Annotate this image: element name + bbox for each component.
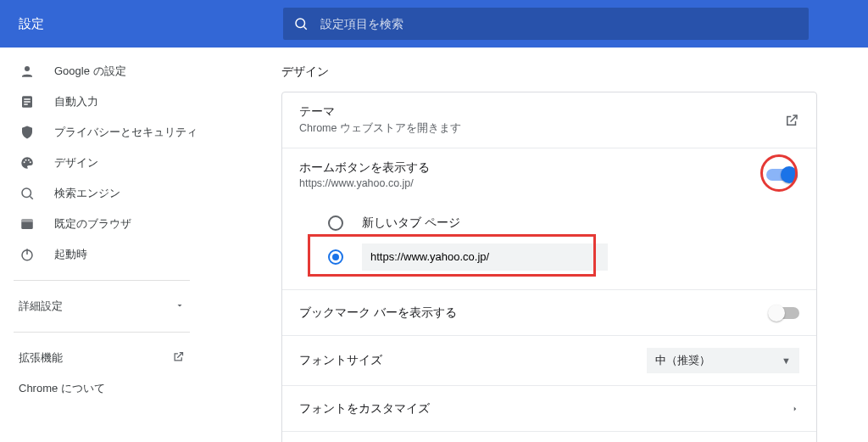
svg-point-8 (25, 159, 27, 161)
sidebar-item-label: プライバシーとセキュリティ (54, 125, 198, 140)
sidebar-item-label: Google の設定 (54, 64, 126, 79)
row-customize-fonts[interactable]: フォントをカスタマイズ (282, 386, 816, 432)
sidebar-divider (14, 280, 190, 281)
caret-down-icon: ▼ (782, 355, 791, 366)
appearance-card: テーマ Chrome ウェブストアを開きます ホームボタンを表示する https… (281, 92, 817, 442)
search-icon (293, 16, 309, 31)
custom-url-input[interactable] (362, 243, 608, 271)
open-in-new-icon (172, 350, 185, 366)
row-theme[interactable]: テーマ Chrome ウェブストアを開きます (282, 92, 816, 148)
row-theme-title: テーマ (299, 104, 461, 120)
search-input[interactable] (320, 17, 798, 31)
sidebar-item-appearance[interactable]: デザイン (0, 148, 203, 178)
row-home-button-subtitle: https://www.yahoo.co.jp/ (299, 177, 430, 189)
row-font-size: フォントサイズ 中（推奨） ▼ (282, 336, 816, 386)
sidebar-about-chrome[interactable]: Chrome について (0, 373, 203, 404)
sidebar-item-search-engine[interactable]: 検索エンジン (0, 178, 203, 209)
row-home-button: ホームボタンを表示する https://www.yahoo.co.jp/ (282, 148, 816, 201)
radio-custom-url-row[interactable] (328, 240, 799, 274)
sidebar-extensions-label: 拡張機能 (19, 350, 63, 366)
radio-custom-url[interactable] (328, 249, 343, 265)
shield-icon (19, 125, 36, 140)
radio-new-tab[interactable] (328, 215, 343, 231)
font-size-select[interactable]: 中（推奨） ▼ (647, 348, 799, 373)
home-button-toggle[interactable] (766, 169, 795, 181)
main-content: デザイン テーマ Chrome ウェブストアを開きます ホームボタンを表示する … (203, 48, 868, 442)
row-home-button-title: ホームボタンを表示する (299, 160, 430, 176)
svg-point-0 (296, 19, 305, 28)
sidebar-item-privacy[interactable]: プライバシーとセキュリティ (0, 117, 203, 148)
row-theme-subtitle: Chrome ウェブストアを開きます (299, 121, 461, 136)
form-icon (19, 94, 36, 109)
open-in-new-icon[interactable] (784, 113, 799, 128)
svg-rect-14 (21, 219, 33, 222)
row-customize-fonts-title: フォントをカスタマイズ (299, 401, 430, 417)
svg-rect-5 (24, 101, 31, 103)
browser-icon (19, 216, 36, 232)
sidebar-advanced-label: 詳細設定 (19, 299, 63, 314)
palette-icon (19, 155, 36, 171)
chevron-right-icon (791, 405, 799, 413)
sidebar-item-default-browser[interactable]: 既定のブラウザ (0, 209, 203, 239)
svg-point-7 (24, 161, 25, 163)
sidebar-item-label: 既定のブラウザ (54, 216, 131, 232)
svg-point-10 (30, 161, 31, 163)
sidebar-item-on-startup[interactable]: 起動時 (0, 239, 203, 270)
row-bookmark-bar-title: ブックマーク バーを表示する (299, 305, 457, 321)
sidebar-about-label: Chrome について (19, 381, 105, 396)
sidebar-extensions[interactable]: 拡張機能 (0, 343, 203, 373)
app-title: 設定 (0, 16, 283, 32)
bookmark-bar-toggle[interactable] (771, 307, 799, 319)
sidebar-divider (14, 332, 190, 333)
svg-point-2 (25, 66, 30, 71)
chevron-down-icon (175, 300, 185, 313)
svg-rect-6 (24, 104, 28, 105)
sidebar-item-label: デザイン (54, 155, 98, 171)
row-bookmark-bar: ブックマーク バーを表示する (282, 290, 816, 336)
radio-new-tab-row[interactable]: 新しいタブ ページ (328, 206, 799, 240)
svg-point-9 (28, 159, 30, 161)
power-icon (19, 247, 36, 262)
sidebar-item-autofill[interactable]: 自動入力 (0, 87, 203, 117)
section-title: デザイン (281, 64, 817, 80)
svg-rect-4 (24, 98, 31, 100)
search-bar[interactable] (283, 8, 809, 40)
radio-new-tab-label: 新しいタブ ページ (362, 215, 460, 231)
svg-line-12 (30, 196, 32, 199)
sidebar-item-google[interactable]: Google の設定 (0, 56, 203, 87)
svg-line-1 (303, 26, 306, 29)
app-header: 設定 (0, 0, 868, 48)
sidebar-item-label: 自動入力 (54, 94, 98, 109)
home-button-radio-group: 新しいタブ ページ (282, 201, 816, 290)
row-font-size-title: フォントサイズ (299, 353, 382, 368)
sidebar-item-label: 検索エンジン (54, 186, 120, 201)
font-size-value: 中（推奨） (655, 353, 710, 368)
search-icon (19, 186, 36, 201)
svg-point-11 (22, 188, 31, 198)
sidebar-item-label: 起動時 (54, 247, 87, 262)
person-icon (19, 64, 36, 79)
row-page-zoom: ページのズーム 100% ▼ (282, 432, 816, 442)
sidebar: Google の設定 自動入力 プライバシーとセキュリティ デザイン 検索エンジ (0, 48, 203, 442)
sidebar-advanced[interactable]: 詳細設定 (0, 291, 203, 322)
